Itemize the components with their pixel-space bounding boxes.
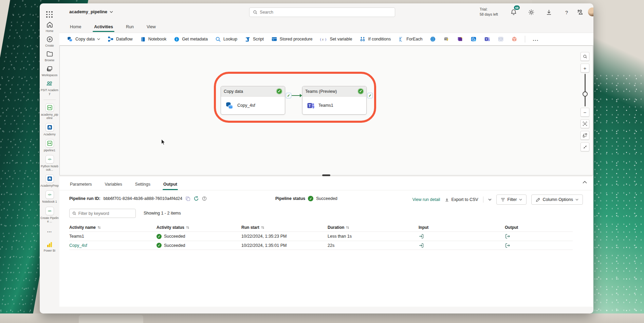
collapse-output-button[interactable] — [581, 142, 589, 151]
node-activity-name: Copy_4sf — [237, 103, 255, 108]
download-icon[interactable] — [546, 9, 552, 16]
pipeline-canvas[interactable]: Copy data ✓ Copy_4sf ✓ Teams (Preview) ✓… — [59, 46, 593, 175]
cell-activity-name-link[interactable]: Copy_4sf — [69, 243, 157, 248]
divider — [483, 197, 483, 203]
toolbar-lookup[interactable]: Lookup — [215, 36, 237, 42]
tab-parameters[interactable]: Parameters — [69, 178, 93, 190]
column-header-input: Input — [419, 225, 505, 230]
pipeline-icon — [45, 103, 54, 112]
zoom-in-button[interactable]: + — [581, 64, 589, 72]
toolbar-copy-data[interactable]: Copy data — [67, 36, 100, 42]
copy-data-icon — [225, 101, 234, 110]
zoom-out-button[interactable]: − — [581, 108, 589, 117]
column-header-activity-status[interactable]: Activity status — [157, 225, 241, 230]
zoom-to-fit-button[interactable] — [581, 119, 589, 128]
output-icon[interactable] — [505, 243, 510, 248]
toolbar-outlook-activity[interactable] — [471, 36, 477, 42]
sidebar-item-create[interactable]: Create — [40, 36, 59, 47]
activity-node-teams[interactable]: Teams (Preview) ✓ T Teams1 — [302, 86, 367, 115]
column-header-run-start[interactable]: Run start — [241, 225, 328, 230]
sidebar-item-home[interactable]: Home — [40, 21, 59, 33]
view-run-detail-link[interactable]: View run detail — [412, 197, 440, 202]
tab-settings[interactable]: Settings — [134, 178, 151, 190]
toolbar-webhook-activity[interactable] — [511, 36, 517, 42]
refresh-icon[interactable] — [194, 196, 199, 201]
collapse-panel-chevron-icon[interactable] — [583, 181, 587, 184]
keyword-filter-input[interactable] — [78, 211, 133, 216]
toolbar-teams-activity[interactable]: T — [484, 36, 490, 42]
filter-button[interactable]: Filter — [496, 194, 527, 205]
table-row[interactable]: Teams1 ✓ Succeeded 10/22/2024, 1:35:23 P… — [69, 232, 573, 241]
sidebar-item-academy[interactable]: Academy — [40, 123, 59, 136]
notifications-bell-icon[interactable] — [510, 9, 517, 16]
input-icon[interactable] — [419, 243, 424, 248]
toolbar-overflow-button[interactable]: ... — [533, 36, 539, 42]
toolbar-web-activity[interactable] — [430, 36, 436, 42]
sidebar-item-create-pipeline[interactable]: </> Create Pipeline ... — [40, 207, 59, 223]
toolbar-if-conditions[interactable]: If conditions — [360, 36, 391, 42]
sidebar-item-powerbi[interactable]: Power BI — [40, 241, 59, 252]
sidebar-item-python-notebook[interactable]: </> Python Notebook... — [40, 155, 59, 171]
zoom-slider[interactable] — [581, 74, 589, 106]
table-row[interactable]: Copy_4sf ✓ Succeeded 10/22/2024, 1:35:01… — [69, 241, 573, 250]
toolbar-get-metadata[interactable]: Get metadata — [174, 36, 208, 42]
sidebar-item-notebook1[interactable]: </> Notebook 1 — [40, 190, 59, 203]
on-success-checkbox[interactable]: ✓ — [286, 93, 291, 98]
column-header-duration[interactable]: Duration — [328, 225, 419, 230]
canvas-controls: + − — [581, 52, 589, 154]
sidebar-item-academy-pipeline[interactable]: academy_pipeline — [40, 103, 59, 120]
toolbar-dataflow[interactable]: Dataflow — [108, 36, 133, 42]
toolbar-notebook[interactable]: Notebook — [140, 36, 167, 42]
tab-home[interactable]: Home — [69, 22, 82, 31]
sidebar-item-psit-academy[interactable]: PSIT Academy — [40, 80, 59, 95]
activity-node-copy-data[interactable]: Copy data ✓ Copy_4sf — [221, 86, 285, 115]
canvas-search-button[interactable] — [581, 52, 589, 61]
export-to-csv-button[interactable]: Export to CSV — [445, 197, 478, 202]
on-success-checkbox[interactable]: ✓ — [367, 93, 373, 98]
run-id-value: bbb6f701-8284-4b36-a888-76010a4f4d24 — [104, 196, 182, 201]
user-avatar[interactable] — [588, 7, 593, 16]
sidebar-item-workspaces[interactable]: Workspaces — [40, 65, 59, 77]
sidebar-item-pipeline1[interactable]: pipeline1 — [40, 139, 59, 152]
notification-count-badge: 68 — [514, 5, 520, 10]
help-icon[interactable]: ? — [563, 9, 570, 16]
notebook-code-icon: </> — [45, 207, 54, 215]
sidebar-item-browse[interactable]: Browse — [40, 50, 59, 62]
toolbar-foreach[interactable]: ForEach — [398, 36, 422, 42]
zoom-slider-thumb[interactable] — [583, 91, 588, 97]
feedback-person-icon[interactable] — [577, 9, 584, 16]
toolbar-functions-activity[interactable] — [443, 36, 449, 42]
tab-run[interactable]: Run — [125, 22, 134, 31]
tab-variables[interactable]: Variables — [104, 178, 123, 190]
sidebar-item-academyprep[interactable]: AcademyPrep — [40, 174, 59, 187]
output-icon[interactable] — [505, 234, 510, 239]
node-body: Copy_4sf — [221, 97, 285, 114]
pipeline-title-menu[interactable]: academy_pipeline — [69, 9, 113, 14]
dataflow-icon — [108, 36, 114, 42]
toolbar-script[interactable]: Script — [245, 36, 264, 42]
copy-icon[interactable] — [185, 196, 190, 201]
chevron-down-icon — [97, 38, 100, 40]
column-options-button[interactable]: Column Options — [531, 194, 583, 205]
svg-text:): ) — [325, 37, 327, 41]
search-input[interactable] — [260, 10, 391, 15]
search-icon — [72, 211, 76, 216]
settings-gear-icon[interactable] — [528, 9, 535, 16]
column-header-activity-name[interactable]: Activity name — [69, 225, 157, 230]
toolbar-divider — [525, 36, 525, 42]
toolbar-semantic-model-activity[interactable] — [498, 36, 504, 42]
tab-view[interactable]: View — [146, 22, 157, 31]
tab-activities[interactable]: Activities — [93, 22, 114, 31]
toolbar-stored-procedure[interactable]: Stored procedure — [271, 36, 313, 42]
chevron-down-icon[interactable] — [488, 199, 492, 201]
toolbar-kql-activity[interactable] — [457, 36, 463, 42]
input-icon[interactable] — [419, 234, 424, 239]
tab-output[interactable]: Output — [163, 178, 178, 190]
sidebar-item-more[interactable]: ... — [40, 228, 59, 233]
functions-icon — [443, 36, 449, 42]
info-icon[interactable] — [202, 196, 207, 201]
teams-icon: T — [484, 36, 490, 42]
auto-align-button[interactable] — [581, 131, 589, 140]
panel-splitter-handle[interactable] — [322, 174, 330, 176]
toolbar-set-variable[interactable]: (x) Set variable — [320, 36, 352, 42]
